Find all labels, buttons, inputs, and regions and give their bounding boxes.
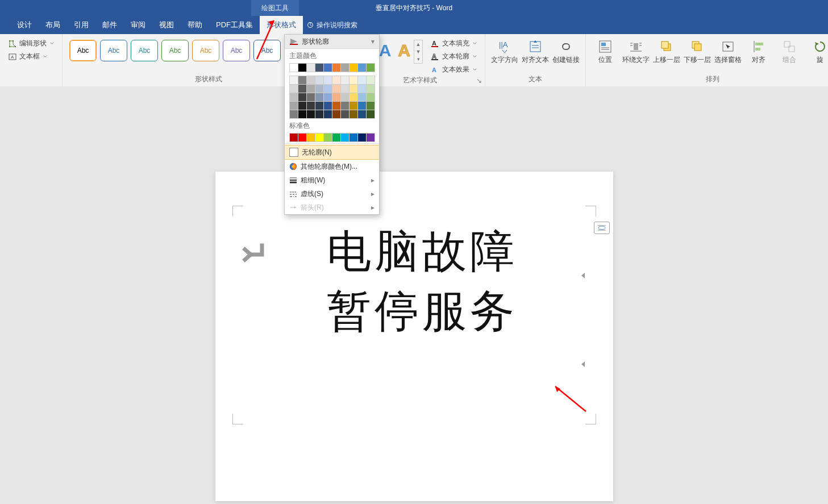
color-swatch[interactable] (289, 101, 298, 110)
tab-design[interactable]: 设计 (10, 16, 39, 34)
wordart-style-3[interactable]: A (398, 41, 410, 60)
create-link-button[interactable]: 创建链接 (551, 36, 581, 64)
no-outline-item[interactable]: 无轮廓(N) (285, 145, 379, 160)
color-swatch[interactable] (349, 101, 358, 110)
color-swatch[interactable] (306, 133, 315, 142)
color-swatch[interactable] (315, 93, 324, 102)
color-swatch[interactable] (366, 63, 375, 72)
color-swatch[interactable] (332, 133, 341, 142)
send-backward-button[interactable]: 下移一层 (683, 36, 712, 64)
color-swatch[interactable] (306, 84, 315, 93)
shape-outline-header[interactable]: 形状轮廓 ▾ (285, 35, 379, 49)
shape-style-5[interactable]: Abc (192, 40, 219, 61)
color-swatch[interactable] (306, 93, 315, 102)
color-swatch[interactable] (332, 76, 341, 85)
color-swatch[interactable] (349, 133, 358, 142)
text-direction-button[interactable]: ||A 文字方向 (490, 36, 519, 64)
bring-forward-button[interactable]: 上移一层 (652, 36, 681, 64)
tell-me-search[interactable]: 操作说明搜索 (306, 20, 357, 30)
color-swatch[interactable] (323, 84, 332, 93)
text-outline-button[interactable]: A 文本轮廓 (427, 51, 480, 63)
shape-style-7[interactable]: Abc (253, 40, 281, 61)
color-swatch[interactable] (332, 101, 341, 110)
color-swatch[interactable] (340, 76, 349, 85)
color-swatch[interactable] (315, 101, 324, 110)
color-swatch[interactable] (315, 63, 324, 72)
color-swatch[interactable] (357, 84, 367, 93)
color-swatch[interactable] (323, 110, 332, 119)
text-fill-button[interactable]: A 文本填充 (427, 38, 480, 49)
more-outline-colors-item[interactable]: 其他轮廓颜色(M)... (285, 160, 379, 173)
color-swatch[interactable] (366, 84, 375, 93)
color-swatch[interactable] (340, 63, 349, 72)
color-swatch[interactable] (323, 63, 332, 72)
color-swatch[interactable] (298, 133, 307, 142)
color-swatch[interactable] (289, 63, 298, 72)
shape-style-1[interactable]: Abc (69, 40, 97, 61)
color-swatch[interactable] (315, 84, 324, 93)
shape-style-gallery[interactable]: Abc Abc Abc Abc Abc Abc Abc (67, 40, 281, 61)
text-line-1[interactable]: 电脑故障 (263, 222, 581, 281)
wordart-style-2[interactable]: A (379, 41, 392, 60)
color-swatch[interactable] (340, 133, 349, 142)
color-swatch[interactable] (323, 133, 332, 142)
color-swatch[interactable] (298, 84, 307, 93)
color-swatch[interactable] (323, 101, 332, 110)
color-swatch[interactable] (357, 93, 367, 102)
color-swatch[interactable] (357, 110, 367, 119)
wordart-more-icon[interactable]: ▾ (414, 56, 422, 63)
color-swatch[interactable] (298, 101, 307, 110)
wordart-down-icon[interactable]: ▼ (414, 48, 422, 55)
tab-layout[interactable]: 布局 (39, 16, 67, 34)
align-button[interactable]: 对齐 (744, 36, 773, 64)
color-swatch[interactable] (357, 101, 367, 110)
color-swatch[interactable] (289, 110, 298, 119)
shape-style-3[interactable]: Abc (131, 40, 158, 61)
color-swatch[interactable] (332, 93, 341, 102)
resize-handle-right2[interactable] (581, 361, 585, 367)
color-swatch[interactable] (306, 63, 315, 72)
color-swatch[interactable] (298, 63, 307, 72)
shape-style-2[interactable]: Abc (100, 40, 127, 61)
document-canvas[interactable]: 电脑故障 暂停服务 (0, 86, 828, 504)
text-box-shape[interactable]: 电脑故障 暂停服务 (263, 222, 581, 392)
color-swatch[interactable] (340, 93, 349, 102)
dashes-item[interactable]: 虚线(S) ▸ (285, 187, 379, 201)
resize-handle-right[interactable] (581, 273, 585, 278)
color-swatch[interactable] (357, 76, 367, 85)
wordart-scroller[interactable]: ▲ ▼ ▾ (414, 40, 423, 64)
position-button[interactable]: 位置 (590, 36, 620, 64)
color-swatch[interactable] (349, 110, 358, 119)
color-swatch[interactable] (340, 101, 349, 110)
tab-references[interactable]: 引用 (67, 16, 95, 34)
rotate-button[interactable]: 旋 (805, 36, 828, 64)
color-swatch[interactable] (340, 110, 349, 119)
dialog-launcher-wordart[interactable]: ↘ (475, 76, 484, 85)
shape-style-6[interactable]: Abc (223, 40, 250, 61)
selection-pane-button[interactable]: 选择窗格 (713, 36, 743, 64)
color-swatch[interactable] (366, 110, 375, 119)
color-swatch[interactable] (315, 133, 324, 142)
color-swatch[interactable] (332, 110, 341, 119)
color-swatch[interactable] (298, 110, 307, 119)
color-swatch[interactable] (366, 101, 375, 110)
tab-shape-format[interactable]: 形状格式 (260, 16, 303, 34)
color-swatch[interactable] (366, 133, 375, 142)
tab-view[interactable]: 视图 (152, 16, 181, 34)
color-swatch[interactable] (332, 63, 341, 72)
color-swatch[interactable] (332, 84, 341, 93)
tab-review[interactable]: 审阅 (124, 16, 152, 34)
tab-help[interactable]: 帮助 (181, 16, 209, 34)
edit-shape-button[interactable]: 编辑形状 (5, 38, 57, 49)
color-swatch[interactable] (340, 84, 349, 93)
color-swatch[interactable] (315, 110, 324, 119)
align-text-button[interactable]: 对齐文本 (521, 36, 550, 64)
color-swatch[interactable] (306, 76, 315, 85)
color-swatch[interactable] (306, 110, 315, 119)
group-button[interactable]: 组合 (775, 36, 804, 64)
color-swatch[interactable] (298, 93, 307, 102)
color-swatch[interactable] (289, 76, 298, 85)
color-swatch[interactable] (323, 76, 332, 85)
color-swatch[interactable] (349, 63, 358, 72)
color-swatch[interactable] (366, 93, 375, 102)
